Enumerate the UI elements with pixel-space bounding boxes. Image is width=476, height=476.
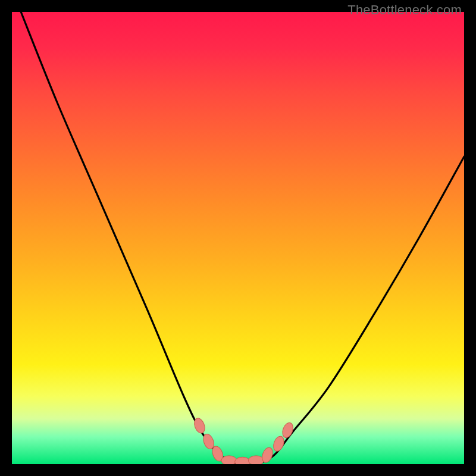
trough-marker-7 [271, 435, 286, 453]
curve-svg [12, 12, 464, 464]
trough-marker-3 [221, 456, 237, 464]
trough-marker-8 [281, 421, 295, 439]
trough-marker-5 [248, 456, 264, 464]
bottleneck-curve [21, 12, 464, 464]
trough-marker-4 [235, 457, 250, 464]
chart-frame: TheBottleneck.com [0, 0, 476, 476]
watermark-label: TheBottleneck.com [347, 2, 462, 18]
marker-group [192, 416, 295, 464]
plot-area [12, 12, 464, 464]
